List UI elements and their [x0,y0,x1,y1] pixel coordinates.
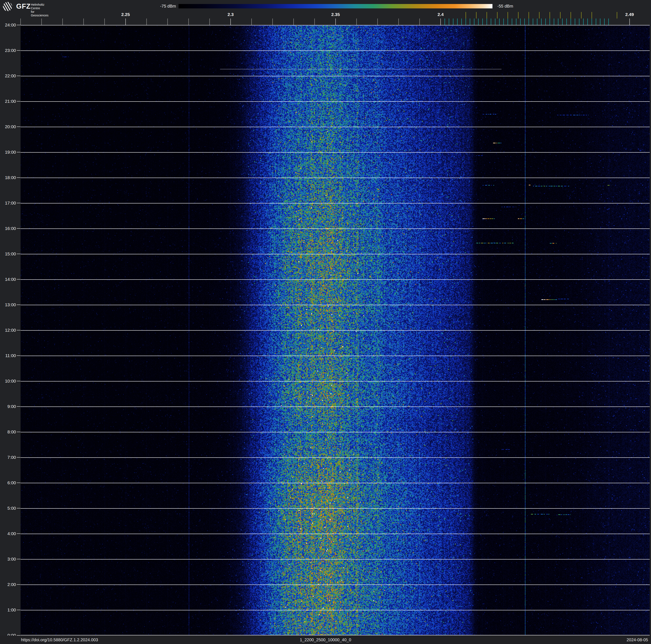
ble-channel-tick [600,19,600,25]
wifi-channel-tick [518,12,519,19]
time-tick [17,330,20,330]
time-tick [17,610,20,610]
ble-channel-tick [533,19,533,25]
ble-channel-tick [444,19,445,25]
freq-label: 2.49 [621,12,638,17]
ble-channel-tick [470,19,470,25]
freq-minor-tick [167,19,168,25]
ble-channel-tick [507,19,508,25]
ble-channel-tick [566,19,567,25]
freq-major-tick [440,19,441,25]
wifi-channel-tick [529,12,529,19]
time-tick [17,533,20,534]
wifi-channel-tick [466,12,466,19]
time-label: 14:00 [0,276,16,282]
wifi-channel-tick [617,12,617,19]
wifi-channel-tick [581,12,582,19]
time-label: 17:00 [0,200,16,206]
ble-channel-tick [596,19,596,25]
freq-minor-tick [377,19,378,25]
ble-channel-tick [562,19,563,25]
dataset-name: 1_2200_2500_10000_40_0 [300,636,351,644]
ble-channel-tick [546,19,546,25]
freq-minor-tick [209,19,210,25]
ble-channel-tick [466,19,466,25]
time-label: 2:00 [0,582,16,587]
freq-label: 2.3 [222,12,239,17]
freq-major-tick [629,19,630,25]
ble-channel-tick [575,19,575,25]
wifi-channel-tick [487,12,487,19]
ble-channel-tick [461,19,462,25]
ble-channel-tick [478,19,478,25]
time-tick [17,177,20,178]
ble-channel-tick [499,19,500,25]
time-tick [17,254,20,254]
time-label: 6:00 [0,480,16,486]
gfz-subtitle-line2: for Geosciences [31,10,49,17]
wifi-channel-tick [476,12,476,19]
ble-channel-tick [503,19,504,25]
time-label: 15:00 [0,251,16,257]
time-tick [17,355,20,356]
time-label: 1:00 [0,607,16,613]
time-label: 21:00 [0,98,16,104]
freq-minor-tick [420,19,420,25]
freq-label: 2.35 [327,12,344,17]
time-tick [17,228,20,229]
ble-channel-tick [537,19,537,25]
freq-minor-tick [398,19,399,25]
freq-minor-tick [20,19,21,25]
freq-label: 2.4 [432,12,449,17]
ble-channel-tick [516,19,517,25]
freq-minor-tick [62,19,63,25]
time-tick [17,152,20,152]
freq-minor-tick [83,19,84,25]
ble-channel-tick [570,19,571,25]
time-tick [17,482,20,483]
freq-minor-tick [188,19,189,25]
ble-channel-tick [558,19,558,25]
ble-channel-tick [453,19,454,25]
time-tick [17,101,20,101]
freq-minor-tick [41,19,42,25]
ble-channel-tick [608,19,609,25]
time-tick [17,508,20,508]
wifi-channel-tick [550,12,550,19]
freq-minor-tick [272,19,273,25]
freq-major-tick [230,19,231,25]
ble-channel-tick [587,19,588,25]
ble-channel-tick [554,19,554,25]
time-label: 10:00 [0,378,16,384]
time-label: 16:00 [0,226,16,231]
time-tick [17,279,20,280]
time-label: 24:00 [0,22,16,28]
time-tick [17,406,20,407]
ble-channel-tick [457,19,458,25]
time-tick [17,304,20,305]
wifi-channel-tick [507,12,508,19]
time-tick [17,50,20,51]
time-tick [17,203,20,203]
ble-channel-tick [583,19,584,25]
time-tick [17,432,20,432]
ble-channel-tick [604,19,604,25]
date-text: 2024-08-05 [627,636,648,644]
time-label: 8:00 [0,429,16,435]
freq-major-tick [335,19,336,25]
time-tick [17,76,20,76]
ble-channel-tick [541,19,541,25]
time-label: 3:00 [0,556,16,562]
footer-bar: https://doi.org/10.5880/GFZ.1.2.2024.003… [0,636,651,644]
time-tick [17,457,20,458]
freq-minor-tick [314,19,315,25]
time-tick [17,126,20,127]
ble-channel-tick [592,19,592,25]
time-label: 5:00 [0,505,16,511]
ble-channel-tick [520,19,521,25]
time-label: 11:00 [0,353,16,358]
ble-channel-tick [529,19,529,25]
ble-channel-tick [524,19,525,25]
ble-channel-tick [487,19,487,25]
freq-minor-tick [146,19,147,25]
